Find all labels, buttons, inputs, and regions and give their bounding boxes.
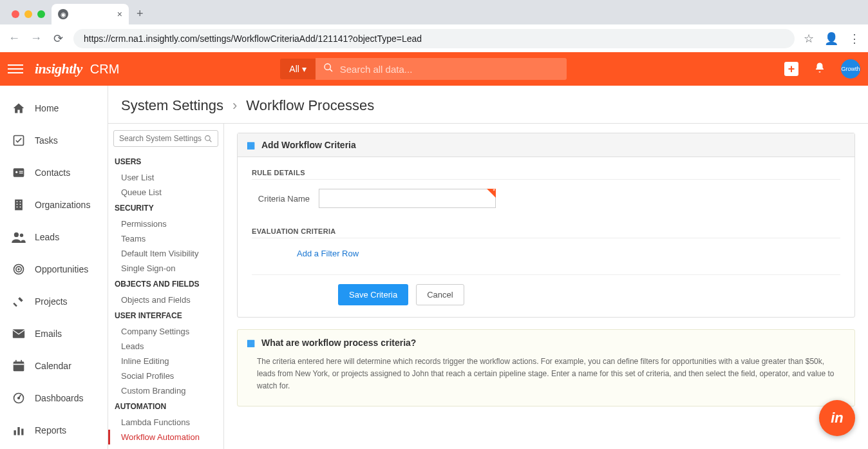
nav-emails[interactable]: Emails: [0, 318, 108, 350]
svg-line-31: [209, 140, 211, 142]
svg-rect-11: [20, 204, 21, 205]
settings-item-lambda[interactable]: Lambda Functions: [108, 415, 223, 430]
settings-item-branding[interactable]: Custom Branding: [108, 383, 223, 398]
nav-calendar[interactable]: Calendar: [0, 350, 108, 382]
settings-sidebar: USERS User List Queue List SECURITY Perm…: [108, 124, 224, 449]
criteria-name-input[interactable]: [319, 189, 496, 208]
close-window-button[interactable]: [12, 10, 19, 18]
settings-search-input[interactable]: [119, 134, 204, 143]
settings-item-teams[interactable]: Teams: [108, 231, 223, 246]
svg-rect-29: [21, 429, 23, 435]
svg-point-26: [18, 397, 20, 399]
settings-item-inline[interactable]: Inline Editing: [108, 354, 223, 368]
svg-rect-5: [19, 171, 23, 172]
nav-label: Calendar: [35, 361, 71, 371]
nav-home[interactable]: Home: [0, 92, 108, 124]
notifications-icon[interactable]: [814, 62, 826, 77]
app-header: insightly CRM All ▾ + Growth: [0, 52, 868, 86]
svg-rect-12: [17, 207, 18, 208]
star-icon[interactable]: ☆: [804, 32, 814, 46]
nav-dashboards[interactable]: Dashboards: [0, 382, 108, 414]
nav-reports[interactable]: Reports: [0, 414, 108, 446]
info-title: What are workflow process criteria?: [261, 338, 416, 348]
settings-item-activity[interactable]: Activity Sets: [108, 444, 223, 449]
nav-organizations[interactable]: Organizations: [0, 189, 108, 221]
svg-point-30: [205, 135, 211, 140]
settings-item-workflow[interactable]: Workflow Automation: [108, 430, 223, 444]
settings-item-visibility[interactable]: Default Item Visibility: [108, 246, 223, 261]
search-icon: [323, 62, 334, 75]
building-icon: [12, 198, 26, 212]
required-star-icon: *: [493, 187, 495, 194]
svg-rect-13: [20, 207, 21, 208]
global-search[interactable]: [316, 58, 567, 80]
nav-label: Home: [35, 103, 59, 113]
reload-button[interactable]: ⟳: [52, 32, 64, 46]
nav-contacts[interactable]: Contacts: [0, 157, 108, 189]
url-field[interactable]: https://crm.na1.insightly.com/settings/W…: [73, 29, 795, 48]
settings-main: ▦ Add Workflow Criteria RULE DETAILS Cri…: [224, 124, 868, 449]
workflow-icon: ▦: [247, 140, 255, 150]
settings-group-header: USER INTERFACE: [108, 307, 223, 324]
main-nav: Home Tasks Contacts Organizations Leads …: [0, 86, 108, 449]
svg-rect-19: [13, 303, 17, 307]
svg-point-18: [18, 269, 19, 270]
add-filter-link[interactable]: Add a Filter Row: [297, 249, 359, 258]
minimize-window-button[interactable]: [24, 10, 32, 18]
calendar-icon: [12, 359, 26, 373]
chart-icon: [12, 423, 26, 437]
svg-rect-7: [15, 200, 23, 211]
url-text: https://crm.na1.insightly.com/settings/W…: [84, 33, 422, 44]
back-button[interactable]: ←: [8, 32, 21, 45]
nav-label: Tasks: [35, 135, 58, 146]
browser-tab[interactable]: ◉ ×: [52, 4, 129, 24]
chevron-right-icon: ›: [232, 97, 237, 114]
forward-button[interactable]: →: [30, 32, 42, 45]
menu-toggle-button[interactable]: [8, 62, 23, 76]
add-button[interactable]: +: [784, 62, 798, 76]
nav-label: Emails: [35, 329, 62, 339]
help-float-button[interactable]: in: [819, 400, 855, 436]
profile-icon[interactable]: 👤: [824, 32, 838, 46]
search-icon: [204, 135, 212, 143]
settings-item-permissions[interactable]: Permissions: [108, 216, 223, 231]
breadcrumb: System Settings › Workflow Processes: [108, 86, 868, 124]
settings-item-leads[interactable]: Leads: [108, 339, 223, 354]
settings-item-social[interactable]: Social Profiles: [108, 368, 223, 383]
tasks-icon: [12, 133, 26, 148]
settings-search[interactable]: [113, 130, 218, 147]
menu-icon[interactable]: ⋮: [849, 32, 860, 46]
svg-rect-6: [19, 173, 23, 173]
info-header: ▦ What are workflow process criteria?: [238, 330, 854, 356]
nav-tasks[interactable]: Tasks: [0, 124, 108, 157]
close-tab-icon[interactable]: ×: [117, 9, 122, 19]
nav-label: Organizations: [35, 200, 90, 210]
product-label: CRM: [90, 62, 120, 77]
save-button[interactable]: Save Criteria: [338, 284, 408, 305]
nav-label: Dashboards: [35, 393, 84, 403]
nav-opportunities[interactable]: Opportunities: [0, 253, 108, 285]
user-avatar[interactable]: Growth: [841, 59, 860, 79]
nav-label: Projects: [35, 296, 68, 307]
nav-leads[interactable]: Leads: [0, 221, 108, 253]
criteria-name-label: Criteria Name: [252, 194, 310, 204]
panel-title: Add Workflow Criteria: [261, 140, 356, 150]
eval-criteria-label: EVALUATION CRITERIA: [252, 227, 840, 238]
new-tab-button[interactable]: +: [129, 7, 151, 24]
nav-label: Reports: [35, 425, 66, 435]
settings-item-queue-list[interactable]: Queue List: [108, 185, 223, 200]
settings-item-objects[interactable]: Objects and Fields: [108, 292, 223, 307]
nav-projects[interactable]: Projects: [0, 285, 108, 318]
window-controls: [8, 10, 52, 24]
settings-item-user-list[interactable]: User List: [108, 170, 223, 185]
hammer-icon: [12, 294, 26, 309]
svg-rect-22: [14, 364, 24, 365]
settings-item-company[interactable]: Company Settings: [108, 324, 223, 339]
content-area: System Settings › Workflow Processes USE…: [108, 86, 868, 449]
maximize-window-button[interactable]: [37, 10, 45, 18]
search-scope-dropdown[interactable]: All ▾: [280, 59, 315, 79]
settings-item-sso[interactable]: Single Sign-on: [108, 261, 223, 276]
cancel-button[interactable]: Cancel: [416, 284, 464, 305]
breadcrumb-root[interactable]: System Settings: [121, 97, 223, 114]
search-input[interactable]: [340, 64, 559, 75]
